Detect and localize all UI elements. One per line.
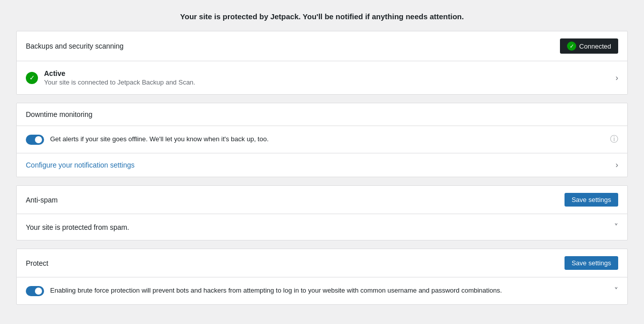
backups-chevron-right-icon: › [616,73,618,83]
downtime-header-title: Downtime monitoring [26,110,93,118]
downtime-card: Downtime monitoring Get alerts if your s… [16,103,628,177]
antispam-body-text: Your site is protected from spam. [26,223,129,231]
backups-active-left: ✓ Active Your site is connected to Jetpa… [26,69,195,86]
antispam-body-row: Your site is protected from spam. ˅ [17,214,627,240]
downtime-toggle-row: Get alerts if your site goes offline. We… [17,126,627,153]
active-check-icon: ✓ [26,72,38,84]
check-icon: ✓ [567,42,576,51]
backups-card: Backups and security scanning ✓ Connecte… [16,31,628,95]
connected-label: Connected [579,43,611,50]
backups-active-title: Active [44,69,195,77]
protect-toggle-row: Enabling brute force protection will pre… [17,277,627,304]
protect-save-button[interactable]: Save settings [565,256,618,270]
page-title: Your site is protected by Jetpack. You'l… [16,12,628,21]
downtime-info-icon[interactable]: ⓘ [610,134,618,145]
configure-chevron-right-icon: › [616,160,618,170]
downtime-toggle-text: Get alerts if your site goes offline. We… [50,134,269,144]
protect-card: Protect Save settings Enabling brute for… [16,249,628,305]
protect-toggle-wrapper: Enabling brute force protection will pre… [26,286,502,296]
protect-chevron-down-icon: ˅ [614,286,618,296]
downtime-toggle-slider [26,135,44,145]
downtime-toggle-wrapper: Get alerts if your site goes offline. We… [26,134,269,145]
protect-header-title: Protect [26,259,48,267]
protect-card-header: Protect Save settings [17,249,627,277]
protect-toggle-slider [26,286,44,296]
antispam-header-title: Anti-spam [26,196,58,204]
antispam-card-header: Anti-spam Save settings [17,186,627,214]
backups-active-text: Active Your site is connected to Jetpack… [44,69,195,86]
antispam-chevron-down-icon: ˅ [614,222,618,232]
antispam-card: Anti-spam Save settings Your site is pro… [16,185,628,240]
backups-card-header: Backups and security scanning ✓ Connecte… [17,31,627,61]
downtime-link-row: Configure your notification settings › [17,153,627,177]
backups-active-subtitle: Your site is connected to Jetpack Backup… [44,78,195,86]
backups-active-row[interactable]: ✓ Active Your site is connected to Jetpa… [17,61,627,94]
downtime-toggle[interactable] [26,135,44,145]
connected-button[interactable]: ✓ Connected [560,38,618,54]
backups-header-title: Backups and security scanning [26,42,124,50]
antispam-save-button[interactable]: Save settings [565,193,618,207]
protect-toggle-text: Enabling brute force protection will pre… [50,286,502,296]
downtime-card-header: Downtime monitoring [17,103,627,126]
protect-toggle[interactable] [26,286,44,296]
configure-notification-link[interactable]: Configure your notification settings [26,161,135,169]
